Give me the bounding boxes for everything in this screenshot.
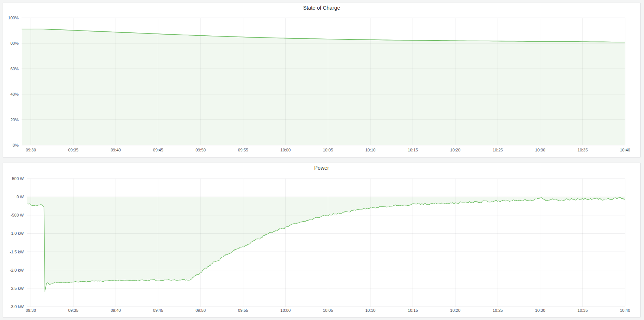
- x-tick-label: 09:35: [68, 308, 78, 313]
- x-tick-label: 10:05: [323, 148, 333, 152]
- y-tick-label: -500 W: [11, 213, 24, 217]
- x-tick-label: 09:40: [111, 148, 121, 152]
- x-tick-label: 09:55: [238, 308, 248, 313]
- x-tick-label: 10:20: [450, 308, 460, 313]
- y-tick-label: 40%: [10, 92, 19, 96]
- y-tick-label: 500 W: [12, 176, 24, 181]
- x-tick-label: 10:30: [535, 148, 546, 152]
- x-tick-label: 09:30: [26, 148, 36, 152]
- panel-header[interactable]: Power: [3, 163, 640, 173]
- panel-title[interactable]: Power: [314, 165, 329, 171]
- x-tick-label: 10:05: [323, 308, 333, 313]
- x-tick-label: 10:35: [577, 308, 588, 313]
- x-tick-label: 10:15: [408, 148, 418, 152]
- y-tick-label: 80%: [10, 41, 19, 45]
- series-area-fill: [22, 29, 625, 145]
- series-area-fill: [26, 197, 625, 292]
- y-tick-label: 100%: [8, 16, 19, 20]
- panel-power: Power 500 W0 W-500 W-1.0 kW-1.5 kW-2.0 k…: [3, 163, 641, 318]
- x-tick-label: 09:50: [195, 308, 206, 313]
- y-tick-label: 0 W: [16, 195, 24, 199]
- soc-chart-svg[interactable]: 100%80%60%40%20%0%09:3009:3509:4009:4509…: [3, 13, 640, 157]
- dashboard-page: { "page": { "background_color": "#f4f5f5…: [0, 0, 644, 320]
- y-tick-label: -2.0 kW: [10, 268, 24, 272]
- y-tick-label: -1.5 kW: [10, 250, 24, 254]
- y-tick-label: -3.0 kW: [10, 304, 24, 309]
- x-tick-label: 10:00: [281, 148, 291, 152]
- x-tick-label: 10:10: [365, 148, 376, 152]
- soc-chart[interactable]: 100%80%60%40%20%0%09:3009:3509:4009:4509…: [3, 13, 640, 157]
- x-tick-label: 09:40: [111, 308, 121, 313]
- x-tick-label: 10:40: [620, 148, 630, 152]
- x-tick-label: 09:55: [238, 148, 248, 152]
- x-tick-label: 09:30: [26, 308, 36, 313]
- y-tick-label: -1.0 kW: [10, 231, 24, 236]
- x-tick-label: 10:20: [450, 148, 460, 152]
- power-chart[interactable]: 500 W0 W-500 W-1.0 kW-1.5 kW-2.0 kW-2.5 …: [3, 173, 640, 317]
- y-tick-label: 20%: [10, 118, 19, 122]
- x-tick-label: 10:25: [493, 148, 503, 152]
- panel-state-of-charge: State of Charge 100%80%60%40%20%0%09:300…: [3, 3, 641, 158]
- y-tick-label: 60%: [10, 67, 19, 71]
- x-tick-label: 10:00: [281, 308, 291, 313]
- x-tick-label: 09:35: [68, 148, 78, 152]
- power-chart-svg[interactable]: 500 W0 W-500 W-1.0 kW-1.5 kW-2.0 kW-2.5 …: [3, 173, 640, 317]
- x-tick-label: 10:15: [408, 308, 418, 313]
- x-tick-label: 09:50: [195, 148, 206, 152]
- x-tick-label: 10:30: [535, 308, 546, 313]
- y-tick-label: 0%: [13, 143, 19, 147]
- x-tick-label: 09:45: [153, 308, 164, 313]
- x-tick-label: 10:25: [493, 308, 503, 313]
- x-tick-label: 09:45: [153, 148, 164, 152]
- panel-title[interactable]: State of Charge: [303, 5, 340, 11]
- x-tick-label: 10:40: [620, 308, 630, 313]
- y-tick-label: -2.5 kW: [10, 286, 24, 291]
- x-tick-label: 10:35: [577, 148, 588, 152]
- x-tick-label: 10:10: [365, 308, 376, 313]
- panel-header[interactable]: State of Charge: [3, 3, 640, 13]
